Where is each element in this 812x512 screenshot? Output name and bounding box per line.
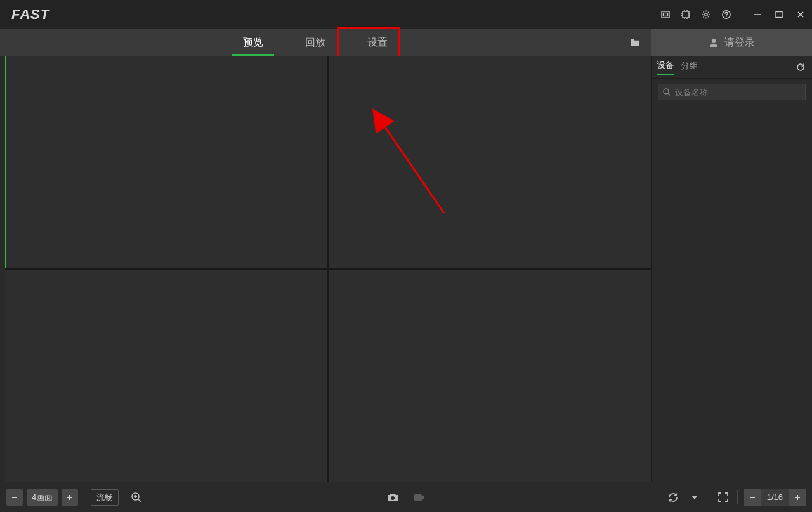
divider [737,490,738,504]
svg-point-5 [726,16,726,17]
device-sidebar: 设备 分组 [651,56,812,482]
main-nav: 预览 回放 设置 请登录 [0,29,812,56]
video-grid-area [0,56,651,482]
layout-label[interactable]: 4画面 [27,489,58,506]
search-icon [662,88,671,96]
svg-point-7 [712,39,716,43]
page-next-button[interactable] [789,489,806,506]
svg-rect-12 [414,494,422,501]
layout-increase-button[interactable] [62,489,78,506]
stream-quality-button[interactable]: 流畅 [91,489,119,506]
zoom-in-icon[interactable] [129,490,144,505]
device-search-input[interactable] [675,88,801,97]
page-prev-button[interactable] [744,489,761,506]
video-cell-4[interactable] [329,270,651,482]
title-bar: FAST [0,0,812,29]
close-button[interactable] [796,10,806,20]
layout-controls: 4画面 流畅 [6,489,144,506]
video-grid [5,56,651,482]
app-window: FAST [0,0,812,512]
main-tabs: 预览 回放 设置 [222,29,409,56]
screenshot-icon[interactable] [660,9,671,20]
svg-rect-2 [683,11,689,18]
tab-preview[interactable]: 预览 [222,29,284,56]
sidebar-search-wrap [652,79,812,105]
brand-logo: FAST [11,6,49,23]
bottom-toolbar: 4画面 流畅 [0,482,812,512]
bottom-right-controls: 1/16 [665,489,806,506]
divider [709,490,709,504]
minimize-button[interactable] [752,10,763,20]
chip-icon[interactable] [680,9,691,20]
login-label: 请登录 [724,36,755,49]
dropdown-caret-icon[interactable] [687,490,702,505]
window-control-buttons [752,10,806,20]
folder-icon[interactable] [624,29,646,56]
camera-icon[interactable] [385,490,400,505]
help-icon[interactable] [721,9,732,20]
refresh-icon[interactable] [796,62,806,72]
body: 设备 分组 [0,56,812,482]
maximize-button[interactable] [774,10,784,20]
page-indicator: 1/16 [761,489,789,506]
nav-right-group: 请登录 [624,29,812,56]
tab-settings[interactable]: 设置 [346,29,409,56]
device-search-box[interactable] [658,84,806,100]
gear-icon[interactable] [700,9,712,20]
sidebar-tab-group[interactable]: 分组 [681,60,698,74]
layout-decrease-button[interactable] [6,489,23,506]
capture-controls [385,490,427,505]
device-list [652,105,812,482]
record-icon [412,490,427,505]
fullscreen-icon[interactable] [716,490,731,505]
tab-playback[interactable]: 回放 [284,29,346,56]
svg-point-3 [705,13,707,16]
svg-point-11 [391,496,395,500]
svg-point-9 [664,89,669,94]
sidebar-tab-device[interactable]: 设备 [657,60,674,75]
user-icon [708,37,719,48]
login-button[interactable]: 请登录 [651,29,812,56]
page-stepper: 1/16 [744,489,806,506]
video-cell-3[interactable] [5,270,327,482]
titlebar-right-group [660,9,806,20]
cycle-icon[interactable] [665,490,681,505]
svg-rect-1 [664,13,668,16]
sidebar-tabs-row: 设备 分组 [652,56,812,79]
video-cell-2[interactable] [329,56,651,268]
video-cell-1[interactable] [5,56,327,268]
svg-rect-6 [776,12,782,18]
